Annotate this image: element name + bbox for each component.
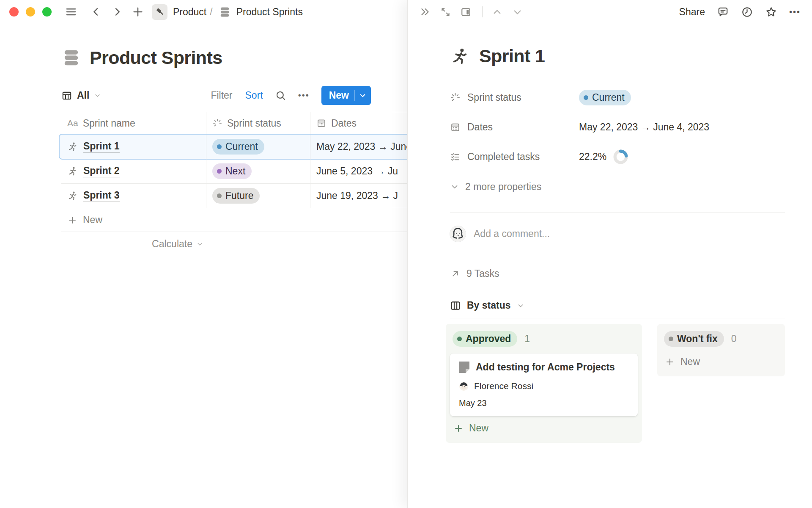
calendar-icon bbox=[316, 118, 326, 128]
page-title: Product Sprints bbox=[90, 47, 222, 68]
table-row-sprint-1[interactable]: Sprint 1 Current May 22, 2023 → June 4, … bbox=[61, 135, 407, 159]
section-divider bbox=[450, 318, 785, 318]
assignee-avatar bbox=[459, 381, 469, 391]
view-tab-all[interactable]: All bbox=[61, 90, 101, 101]
property-value[interactable]: Current bbox=[579, 90, 631, 105]
board-column-header[interactable]: Won't fix 0 bbox=[661, 328, 781, 350]
status-badge[interactable]: Current bbox=[579, 90, 631, 105]
new-button[interactable]: New bbox=[321, 86, 371, 105]
more-options-icon[interactable]: ••• bbox=[298, 91, 310, 100]
user-avatar bbox=[450, 226, 466, 242]
table-new-row-button[interactable]: New bbox=[61, 208, 407, 232]
updates-clock-icon[interactable] bbox=[741, 6, 753, 18]
chevron-down-icon bbox=[94, 92, 101, 99]
text-type-icon: Aa bbox=[67, 118, 78, 128]
tasks-link-label: 9 Tasks bbox=[466, 268, 499, 279]
add-comment-row[interactable]: Add a comment... bbox=[450, 213, 785, 255]
database-page: Product Sprints All Filter Sort ••• New bbox=[0, 47, 407, 256]
database-icon[interactable] bbox=[61, 48, 81, 68]
status-badge[interactable]: Future bbox=[212, 188, 260, 204]
panel-page-title: Sprint 1 bbox=[479, 46, 545, 66]
board-column-wont-fix: Won't fix 0 New bbox=[657, 324, 785, 376]
runner-icon bbox=[67, 190, 78, 201]
titlebar: Product / Product Sprints bbox=[0, 0, 407, 24]
plus-icon bbox=[67, 215, 77, 225]
column-header-label: Dates bbox=[331, 118, 357, 129]
column-header-label: Sprint status bbox=[227, 118, 281, 129]
board-view-selector[interactable]: By status bbox=[450, 300, 785, 311]
favorite-star-icon[interactable] bbox=[765, 6, 777, 18]
status-badge[interactable]: Next bbox=[212, 163, 252, 179]
dates-value[interactable]: June 19, 2023 → J bbox=[316, 190, 398, 202]
status-badge[interactable]: Current bbox=[212, 139, 264, 155]
status-board: Approved 1 Add testing for Acme Projects… bbox=[446, 324, 785, 443]
board-new-card-button[interactable]: New bbox=[661, 351, 781, 372]
plus-icon bbox=[665, 357, 675, 367]
sprint-title-link[interactable]: Sprint 1 bbox=[83, 141, 120, 153]
card-title[interactable]: Add testing for Acme Projects bbox=[476, 362, 615, 373]
table-row-sprint-2[interactable]: Sprint 2 Next June 5, 2023 → Ju bbox=[61, 159, 407, 184]
new-card-label: New bbox=[469, 422, 488, 434]
dates-value[interactable]: May 22, 2023 → June 4, 2023 bbox=[316, 141, 407, 152]
sprints-table: Aa Sprint name Sprint status Dates Sprin… bbox=[61, 112, 407, 256]
comments-icon[interactable] bbox=[717, 6, 729, 18]
share-button[interactable]: Share bbox=[679, 6, 705, 18]
new-tab-icon[interactable] bbox=[132, 6, 144, 18]
column-header-sprint-status[interactable]: Sprint status bbox=[206, 112, 310, 134]
chevron-down-icon[interactable] bbox=[359, 91, 367, 99]
filter-button[interactable]: Filter bbox=[211, 90, 232, 101]
main-pane: Product / Product Sprints Product Sprint… bbox=[0, 0, 407, 508]
sort-button[interactable]: Sort bbox=[245, 90, 263, 101]
card-assignee-row: Florence Rossi bbox=[459, 381, 629, 391]
status-dot bbox=[669, 337, 673, 341]
tasks-backlink[interactable]: 9 Tasks bbox=[450, 268, 785, 279]
expand-page-icon[interactable] bbox=[440, 6, 451, 18]
more-options-icon[interactable]: ••• bbox=[789, 7, 801, 17]
property-value[interactable]: May 22, 2023 → June 4, 2023 bbox=[579, 121, 709, 133]
runner-icon[interactable] bbox=[450, 47, 469, 66]
column-header-sprint-name[interactable]: Aa Sprint name bbox=[61, 112, 206, 134]
next-page-chevron-down-icon[interactable] bbox=[512, 6, 523, 18]
more-properties-toggle[interactable]: 2 more properties bbox=[450, 177, 785, 197]
dates-value[interactable]: June 5, 2023 → Ju bbox=[316, 166, 398, 177]
table-row-sprint-3[interactable]: Sprint 3 Future June 19, 2023 → J bbox=[61, 184, 407, 208]
board-column-header[interactable]: Approved 1 bbox=[450, 328, 638, 350]
sprint-title-link[interactable]: Sprint 2 bbox=[83, 165, 120, 177]
new-button-label: New bbox=[329, 90, 349, 101]
column-header-dates[interactable]: Dates bbox=[310, 112, 407, 134]
database-icon bbox=[219, 6, 231, 18]
nav-forward-icon[interactable] bbox=[111, 6, 123, 18]
sidebar-menu-icon[interactable] bbox=[65, 6, 77, 18]
search-icon[interactable] bbox=[275, 90, 286, 101]
group-count: 0 bbox=[731, 333, 737, 345]
close-peek-double-chevron-icon[interactable] bbox=[419, 6, 431, 18]
status-dot bbox=[584, 95, 588, 100]
plus-icon bbox=[453, 423, 464, 433]
group-badge[interactable]: Approved bbox=[453, 331, 517, 347]
property-label[interactable]: Completed tasks bbox=[450, 151, 579, 163]
breadcrumb-current[interactable]: Product Sprints bbox=[236, 6, 303, 18]
status-burst-icon bbox=[450, 92, 461, 103]
breadcrumb-page-hammer-icon[interactable] bbox=[152, 4, 167, 20]
window-minimize-button[interactable] bbox=[26, 7, 35, 17]
view-label: By status bbox=[467, 300, 511, 311]
window-zoom-button[interactable] bbox=[42, 7, 52, 17]
property-dates: Dates May 22, 2023 → June 4, 2023 bbox=[450, 112, 785, 142]
calculate-button[interactable]: Calculate bbox=[61, 232, 206, 256]
open-as-peek-icon[interactable] bbox=[460, 6, 472, 18]
table-header-row: Aa Sprint name Sprint status Dates bbox=[61, 112, 407, 135]
group-badge[interactable]: Won't fix bbox=[664, 331, 724, 347]
property-label[interactable]: Dates bbox=[450, 121, 579, 133]
breadcrumb-root[interactable]: Product bbox=[173, 6, 206, 18]
property-value[interactable]: 22.2% bbox=[579, 149, 628, 164]
nav-back-icon[interactable] bbox=[90, 6, 102, 18]
property-label[interactable]: Sprint status bbox=[450, 92, 579, 103]
window-close-button[interactable] bbox=[9, 7, 19, 17]
card-date: May 23 bbox=[459, 398, 629, 408]
runner-icon bbox=[67, 141, 78, 152]
board-card[interactable]: Add testing for Acme Projects Florence R… bbox=[450, 353, 638, 416]
new-row-label: New bbox=[83, 214, 102, 226]
board-new-card-button[interactable]: New bbox=[450, 418, 638, 439]
previous-page-chevron-up-icon[interactable] bbox=[491, 6, 503, 18]
sprint-title-link[interactable]: Sprint 3 bbox=[83, 190, 120, 202]
